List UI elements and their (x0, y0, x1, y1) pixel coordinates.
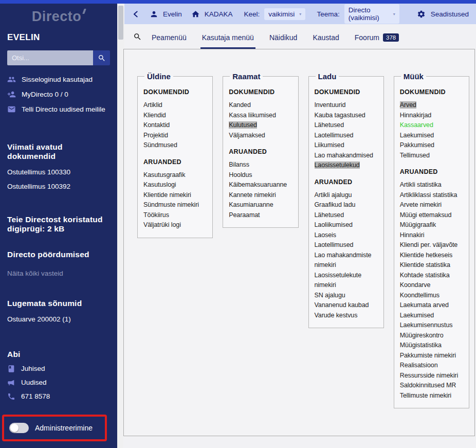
menu-item-label: Bilanss (229, 161, 249, 168)
admin-toggle[interactable] (9, 423, 29, 433)
sidebar-item-671-8578[interactable]: 671 8578 (7, 392, 110, 401)
menu-item-kliendi-per-v-ljav-te[interactable]: Kliendi per. väljavõte (400, 240, 463, 250)
menu-item-kauba-tagastused[interactable]: Kauba tagastused (315, 111, 378, 121)
menu-item-laekumised[interactable]: Laekumised (400, 311, 463, 321)
back-button[interactable] (132, 10, 140, 19)
menu-item-varude-kestvus[interactable]: Varude kestvus (315, 311, 378, 321)
sidebar-item-uudised[interactable]: Uudised (7, 379, 110, 387)
tab-kasutaja-men[interactable]: Kasutaja menüü (200, 33, 255, 49)
menu-item-v-ljamaksed[interactable]: Väljamaksed (229, 131, 292, 141)
search-input[interactable] (7, 50, 93, 65)
tab-n-idikud[interactable]: Näidikud (268, 33, 299, 49)
menu-item-artiklid[interactable]: Artiklid (143, 100, 207, 111)
menu-item-laekumata-arved[interactable]: Laekumata arved (400, 300, 463, 311)
menu-item-label: Laotellimused (315, 132, 354, 139)
menu-item-klientide-statistika[interactable]: Klientide statistika (400, 260, 463, 271)
menu-item-kontaktid[interactable]: Kontaktid (143, 120, 207, 131)
menu-item-s-ndmused[interactable]: Sündmused (143, 140, 207, 151)
sidebar-item-ostutellimus-100392[interactable]: Ostutellimus 100392 (7, 183, 110, 190)
menu-item-kassa-liikumised[interactable]: Kassa liikumised (229, 111, 292, 121)
menu-item-pearaamat[interactable]: Pearaamat (229, 210, 292, 221)
menu-item-laekumised[interactable]: Laekumised (400, 131, 463, 141)
menu-item-l-hetused[interactable]: Lähetused (315, 210, 378, 221)
tab-peamen[interactable]: Peamenüü (150, 33, 188, 49)
menu-item-kasutuslogi[interactable]: Kasutuslogi (143, 180, 207, 190)
menu-item-m-gireskontro[interactable]: Müügireskontro (400, 331, 463, 341)
menu-item-v-ljatr-ki-logi[interactable]: Väljatrüki logi (143, 220, 207, 230)
menu-item-lao-mahakandmised[interactable]: Lao mahakandmised (315, 151, 378, 161)
theme-select[interactable]: Directo (vaikimisi) ▾ (344, 4, 399, 24)
menu-item-graafikud-ladu[interactable]: Graafikud ladu (315, 200, 378, 210)
menu-item-kassaarved[interactable]: Kassaarved (400, 120, 463, 131)
menu-section-title: Raamat (230, 72, 263, 81)
menu-item-artikli-ajalugu[interactable]: Artikli ajalugu (315, 190, 378, 201)
sidebar-section-title: Directo pöördumised (7, 250, 110, 259)
menu-item-kliendid[interactable]: Kliendid (143, 111, 207, 121)
menu-item-hinnakirjad[interactable]: Hinnakirjad (400, 111, 463, 121)
sidebar-link-mydirecto-0-0[interactable]: MyDirecto 0 / 0 (0, 87, 117, 102)
menu-item-vananenud-kaubad[interactable]: Vananenud kaubad (315, 300, 378, 311)
menu-item-kasutusgraafik[interactable]: Kasutusgraafik (143, 170, 207, 181)
sidebar-item-juhised[interactable]: Juhised (7, 365, 110, 373)
tab-foorum[interactable]: Foorum378 (353, 33, 400, 49)
menu-item-label: Sündmuste nimekiri (143, 201, 199, 208)
menu-item-arved[interactable]: Arved (400, 100, 463, 111)
settings-button[interactable]: Seadistused (417, 10, 469, 19)
menu-item-koondtellimus[interactable]: Koondtellimus (400, 291, 463, 301)
menu-item-liikumised[interactable]: Liikumised (315, 140, 378, 151)
menu-item-s-ndmuste-nimekiri[interactable]: Sündmuste nimekiri (143, 200, 207, 210)
menu-item-laoseis[interactable]: Laoseis (315, 230, 378, 241)
menu-item-koondarve[interactable]: Koondarve (400, 280, 463, 291)
menu-item-realisatsioon[interactable]: Realisatsioon (400, 361, 463, 371)
tab-kaustad[interactable]: Kaustad (311, 33, 340, 49)
menu-item-kulutused[interactable]: Kulutused (229, 120, 292, 131)
sidebar-link-sisseloginud-kasutajad[interactable]: Sisseloginud kasutajad (0, 72, 117, 87)
menu-item-klientide-nimekiri[interactable]: Klientide nimekiri (143, 190, 207, 201)
menu-item-k-ibemaksuaruanne[interactable]: Käibemaksuaruanne (229, 180, 292, 190)
topbar-company-link[interactable]: KADAKA (191, 10, 233, 19)
menu-item-laosissetulekud[interactable]: Laosissetulekud (315, 160, 378, 171)
sidebar-link-telli-directo-uudised-meilile[interactable]: Telli Directo uudised meilile (0, 102, 117, 117)
chevron-down-icon: ▾ (393, 12, 395, 16)
menu-item-laotellimused[interactable]: Laotellimused (315, 240, 378, 250)
menu-item-m-gistatistika[interactable]: Müügistatistika (400, 341, 463, 351)
menu-item-kanded[interactable]: Kanded (229, 100, 292, 111)
menu-item-laoliikumised[interactable]: Laoliikumised (315, 220, 378, 230)
menu-item-saldokinnitused-mr[interactable]: Saldokinnitused MR (400, 381, 463, 391)
menu-item-bilanss[interactable]: Bilanss (229, 160, 292, 170)
menu-item-pakkumised[interactable]: Pakkumised (400, 140, 463, 151)
scrollbar-thumb[interactable] (118, 6, 123, 40)
menu-item-artikliklassi-statistika[interactable]: Artikliklassi statistika (400, 190, 463, 201)
menu-item-kasumiaruanne[interactable]: Kasumiaruanne (229, 200, 292, 210)
menu-item-kohtade-statistika[interactable]: Kohtade statistika (400, 271, 463, 281)
language-select[interactable]: vaikimisi ▾ (264, 8, 305, 20)
search-button[interactable] (93, 50, 110, 65)
menu-item-laosissetulekute-nimekiri[interactable]: Laosissetulekute nimekiri (315, 271, 378, 291)
menu-item-artikli-statistika[interactable]: Artikli statistika (400, 180, 463, 190)
sidebar-item-ostutellimus-100330[interactable]: Ostutellimus 100330 (7, 168, 110, 176)
sidebar-item-n-ita-k-iki-vasteid[interactable]: Näita kõiki vasteid (7, 270, 110, 277)
menu-item-laotellimused[interactable]: Laotellimused (315, 131, 378, 141)
menu-item-arvete-nimekiri[interactable]: Arvete nimekiri (400, 200, 463, 210)
menu-item-tellimuste-nimekiri[interactable]: Tellimuste nimekiri (400, 391, 463, 401)
menu-item-m-gi-ettemaksud[interactable]: Müügi ettemaksud (400, 210, 463, 221)
topbar-user-link[interactable]: Evelin (150, 10, 182, 19)
menu-item-tellimused[interactable]: Tellimused (400, 151, 463, 161)
menu-item-l-hetused[interactable]: Lähetused (315, 120, 378, 131)
menu-item-label: Laosissetulekud (315, 162, 360, 169)
menu-item-ressursside-nimekiri[interactable]: Ressursside nimekiri (400, 371, 463, 381)
menu-item-pakkumiste-nimekiri[interactable]: Pakkumiste nimekiri (400, 351, 463, 361)
menu-item-sn-ajalugu[interactable]: SN ajalugu (315, 291, 378, 301)
menu-item-inventuurid[interactable]: Inventuurid (315, 100, 378, 111)
menu-item-lao-mahakandmiste-nimekiri[interactable]: Lao mahakandmiste nimekiri (315, 250, 378, 271)
menu-item-kannete-nimekiri[interactable]: Kannete nimekiri (229, 190, 292, 201)
menu-item-klientide-hetkeseis[interactable]: Klientide hetkeseis (400, 250, 463, 261)
menu-item-t-kiirus[interactable]: Töökiirus (143, 210, 207, 221)
menu-item-projektid[interactable]: Projektid (143, 131, 207, 141)
menu-item-laekumisennustus[interactable]: Laekumisennustus (400, 320, 463, 331)
menu-item-hooldus[interactable]: Hooldus (229, 170, 292, 181)
search-icon[interactable] (133, 32, 142, 41)
sidebar-item-ostuarve-200002-1[interactable]: Ostuarve 200002 (1) (7, 315, 110, 323)
menu-item-m-gigraafik[interactable]: Müügigraafik (400, 220, 463, 230)
menu-item-hinnakiri[interactable]: Hinnakiri (400, 230, 463, 241)
